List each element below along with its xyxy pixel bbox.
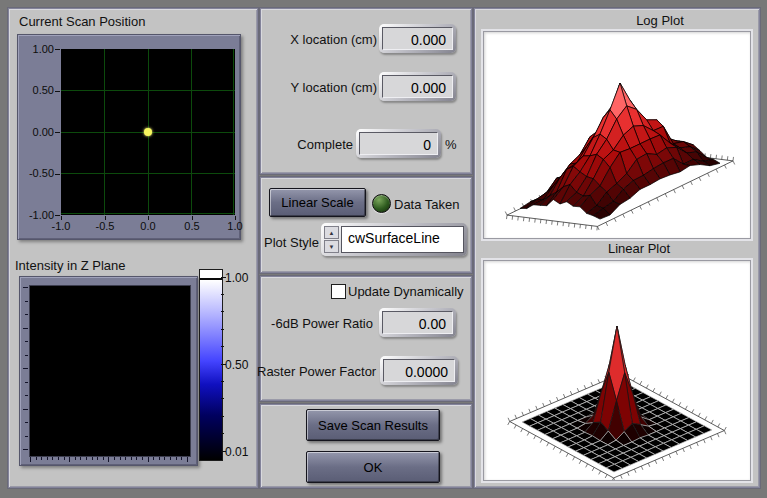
power-readout-group: Update Dynamically -6dB Power Ratio 0.00…: [260, 276, 472, 401]
tick-mark: [55, 91, 60, 92]
raster-power-field[interactable]: 0.0000: [380, 356, 458, 385]
data-taken-label: Data Taken: [394, 197, 460, 212]
tick-mark: [148, 457, 149, 462]
y-location-field[interactable]: 0.000: [379, 72, 456, 101]
tick-mark: [108, 457, 109, 462]
scan-plot-area[interactable]: [61, 49, 235, 215]
labview-front-panel: { "colors": { "window_bg": "#787878", "p…: [0, 0, 767, 498]
y-axis-tick-label: -0.50: [20, 167, 54, 179]
tick-mark: [181, 457, 182, 460]
tick-mark: [221, 381, 224, 382]
x-location-label: X location (cm): [265, 32, 377, 47]
linear-plot-title: Linear Plot: [574, 241, 704, 256]
raster-power-label: Raster Power Factor: [257, 364, 375, 379]
gridline: [61, 90, 235, 91]
x-axis-tick-label: -1.0: [46, 220, 76, 232]
tick-mark: [58, 457, 59, 460]
scan-position-graph[interactable]: 1.00 0.50 0.00 -0.50 -1.00 -1.0 -0.5 0.0…: [17, 34, 241, 240]
y-axis-tick-label: 0.00: [20, 126, 54, 138]
tick-mark: [221, 329, 224, 330]
intensity-plot-area[interactable]: [29, 285, 191, 457]
tick-mark: [41, 457, 42, 460]
tick-mark: [25, 355, 28, 356]
tick-mark: [23, 368, 28, 369]
log-plot-canvas[interactable]: [484, 32, 750, 238]
tick-mark: [69, 457, 70, 462]
gridline: [61, 173, 235, 174]
x-location-field[interactable]: 0.000: [379, 24, 456, 53]
tick-mark: [61, 216, 62, 220]
scan-position-marker: [144, 128, 152, 136]
spin-up-button[interactable]: ▲: [324, 226, 339, 239]
y-location-value: 0.000: [382, 75, 453, 98]
update-dynamically-label: Update Dynamically: [348, 284, 464, 299]
tick-mark: [187, 457, 188, 462]
spin-down-button[interactable]: ▼: [324, 240, 339, 253]
tick-mark: [221, 311, 224, 312]
x-location-value: 0.000: [382, 27, 453, 50]
power-ratio-field[interactable]: 0.00: [379, 308, 456, 337]
tick-mark: [131, 457, 132, 460]
tick-mark: [192, 216, 193, 220]
update-dynamically-checkbox[interactable]: [331, 284, 346, 299]
plot-style-spinner: ▲ ▼: [324, 226, 339, 253]
tick-mark: [176, 457, 177, 460]
ok-button[interactable]: OK: [306, 451, 440, 483]
tick-mark: [52, 457, 53, 460]
tick-mark: [120, 457, 121, 460]
surface-plots-group: Log Plot Linear Plot: [474, 8, 760, 488]
power-ratio-label: -6dB Power Ratio: [261, 316, 373, 331]
log-plot[interactable]: [483, 31, 751, 239]
intensity-graph[interactable]: [19, 276, 198, 466]
tick-mark: [148, 216, 149, 220]
complete-field[interactable]: 0: [356, 129, 441, 158]
tick-mark: [164, 457, 165, 460]
plot-style-label: Plot Style: [264, 235, 319, 250]
x-axis-tick-label: 0.0: [133, 220, 163, 232]
raster-power-value: 0.0000: [383, 359, 455, 382]
intensity-title: Intensity in Z Plane: [15, 258, 126, 273]
tick-mark: [153, 457, 154, 460]
plot-style-value[interactable]: cwSurfaceLine: [341, 226, 464, 253]
tick-mark: [97, 457, 98, 460]
tick-mark: [55, 132, 60, 133]
tick-mark: [80, 457, 81, 460]
tick-mark: [221, 451, 226, 452]
power-ratio-value: 0.00: [382, 311, 453, 334]
linear-plot[interactable]: [483, 260, 751, 481]
complete-unit-label: %: [445, 137, 457, 152]
tick-mark: [25, 436, 28, 437]
y-axis-tick-label: 1.00: [20, 43, 54, 55]
tick-mark: [221, 416, 224, 417]
gridline: [61, 213, 235, 214]
tick-mark: [125, 457, 126, 460]
tick-mark: [235, 216, 236, 220]
tick-mark: [92, 457, 93, 460]
colorbar-overrange-cap: [200, 270, 222, 280]
y-axis-tick-label: 0.50: [20, 84, 54, 96]
tick-mark: [25, 341, 28, 342]
data-taken-led: [372, 194, 391, 213]
tick-mark: [55, 49, 60, 50]
complete-value: 0: [359, 132, 438, 155]
plot-style-control[interactable]: ▲ ▼ cwSurfaceLine: [321, 223, 467, 256]
linear-scale-button[interactable]: Linear Scale: [269, 188, 366, 217]
tick-mark: [159, 457, 160, 460]
tick-mark: [142, 457, 143, 460]
x-axis-tick-label: 0.5: [177, 220, 207, 232]
tick-mark: [23, 409, 28, 410]
x-axis-tick-label: 1.0: [220, 220, 250, 232]
actions-group: Save Scan Results OK: [260, 404, 472, 488]
tick-mark: [221, 364, 226, 365]
tick-mark: [170, 457, 171, 460]
tick-mark: [47, 457, 48, 460]
complete-label: Complete: [265, 137, 353, 152]
tick-mark: [103, 457, 104, 460]
tick-mark: [114, 457, 115, 460]
tick-mark: [25, 301, 28, 302]
save-scan-results-button[interactable]: Save Scan Results: [306, 409, 440, 441]
linear-plot-canvas[interactable]: [484, 261, 750, 480]
tick-mark: [221, 433, 224, 434]
colorbar-gradient: [200, 280, 222, 460]
x-axis-tick-label: -0.5: [90, 220, 120, 232]
